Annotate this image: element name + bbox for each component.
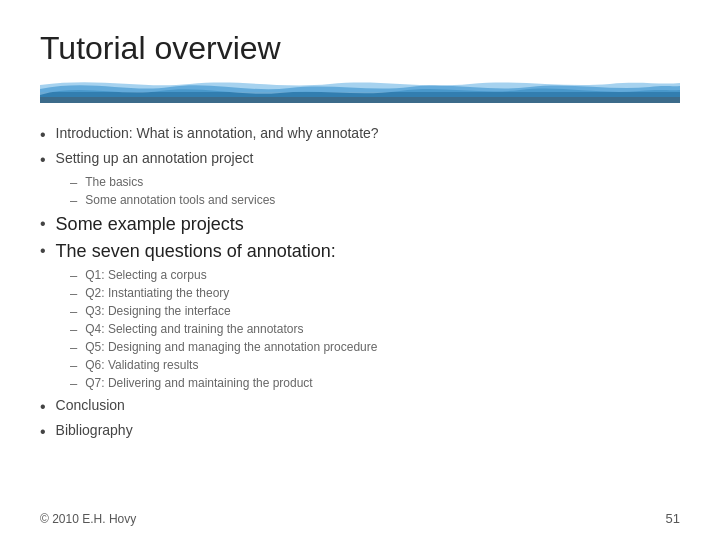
bullet-text: The seven questions of annotation: [56,241,336,262]
list-item: – Q7: Delivering and maintaining the pro… [70,376,680,391]
sub-dash: – [70,268,77,283]
list-item: – Q4: Selecting and training the annotat… [70,322,680,337]
list-item: • Conclusion [40,397,680,416]
sub-dash: – [70,304,77,319]
list-item: – Q3: Designing the interface [70,304,680,319]
bullet-dot: • [40,151,46,169]
sub-list: – The basics – Some annotation tools and… [70,175,680,208]
page-title: Tutorial overview [40,30,680,67]
sub-text: Q2: Instantiating the theory [85,286,229,300]
sub-text: The basics [85,175,143,189]
bullet-dot: • [40,423,46,441]
bullet-text: Some example projects [56,214,244,235]
list-item: – Q1: Selecting a corpus [70,268,680,283]
sub-text: Q3: Designing the interface [85,304,230,318]
sub-list: – Q1: Selecting a corpus – Q2: Instantia… [70,268,680,391]
list-item: • Some example projects [40,214,680,235]
bullet-text: Setting up an annotation project [56,150,254,166]
bullet-text: Introduction: What is annotation, and wh… [56,125,379,141]
sub-dash: – [70,340,77,355]
footer-page-number: 51 [666,511,680,526]
list-item: – Q5: Designing and managing the annotat… [70,340,680,355]
list-item: • Setting up an annotation project [40,150,680,169]
sub-dash: – [70,175,77,190]
list-item: – Q2: Instantiating the theory [70,286,680,301]
content-area: • Introduction: What is annotation, and … [40,125,680,441]
bullet-text: Conclusion [56,397,125,413]
sub-dash: – [70,286,77,301]
slide: Tutorial overview • Introduction: What i… [0,0,720,540]
list-item: • The seven questions of annotation: [40,241,680,262]
list-item: – Q6: Validating results [70,358,680,373]
sub-text: Q7: Delivering and maintaining the produ… [85,376,312,390]
wave-divider [40,75,680,103]
sub-dash: – [70,358,77,373]
list-item: – The basics [70,175,680,190]
bullet-dot: • [40,398,46,416]
bullet-dot: • [40,215,46,233]
sub-text: Q6: Validating results [85,358,198,372]
bullet-dot: • [40,126,46,144]
sub-dash: – [70,322,77,337]
bullet-text: Bibliography [56,422,133,438]
sub-text: Some annotation tools and services [85,193,275,207]
sub-text: Q1: Selecting a corpus [85,268,206,282]
list-item: – Some annotation tools and services [70,193,680,208]
list-item: • Introduction: What is annotation, and … [40,125,680,144]
footer-copyright: © 2010 E.H. Hovy [40,512,136,526]
bullet-dot: • [40,242,46,260]
list-item: • Bibliography [40,422,680,441]
sub-text: Q5: Designing and managing the annotatio… [85,340,377,354]
sub-text: Q4: Selecting and training the annotator… [85,322,303,336]
footer: © 2010 E.H. Hovy 51 [40,511,680,526]
sub-dash: – [70,193,77,208]
sub-dash: – [70,376,77,391]
